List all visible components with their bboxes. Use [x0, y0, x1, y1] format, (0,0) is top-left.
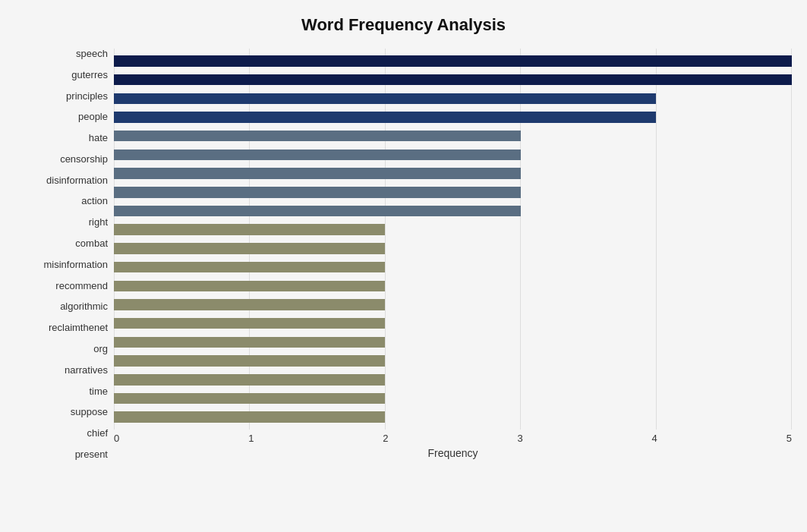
bar-row	[114, 220, 792, 239]
x-tick-label: 2	[383, 433, 388, 444]
bar	[114, 243, 385, 253]
y-label: narratives	[65, 365, 108, 375]
y-label: combat	[75, 238, 108, 248]
bar	[114, 93, 656, 104]
bar	[114, 74, 792, 85]
bar-row	[114, 258, 792, 277]
y-label: principles	[66, 91, 108, 101]
y-label: people	[78, 112, 108, 121]
bar-row	[114, 351, 792, 370]
bar	[114, 374, 385, 385]
y-label: right	[89, 217, 108, 227]
x-tick-label: 4	[652, 433, 657, 444]
y-label: action	[81, 196, 108, 206]
y-label: chief	[87, 428, 108, 438]
bars-and-xaxis: 012345 Frequency	[114, 49, 792, 459]
bar	[114, 337, 385, 348]
bar	[114, 112, 656, 122]
bar	[114, 281, 385, 291]
bar-row	[114, 146, 792, 165]
y-label: guterres	[71, 70, 108, 80]
bar-row	[114, 295, 792, 314]
chart-container: Word Frequency Analysis speechguterrespr…	[0, 0, 807, 532]
chart-title: Word Frequency Analysis	[15, 15, 792, 35]
bar-row	[114, 108, 792, 127]
bar-row	[114, 52, 792, 71]
bar-row	[114, 127, 792, 146]
bar	[114, 262, 385, 272]
y-label: censorship	[60, 154, 108, 164]
y-axis-labels: speechguterresprinciplespeoplehatecensor…	[15, 49, 114, 459]
bars-area	[114, 49, 792, 430]
bar	[114, 187, 521, 197]
bar-row	[114, 389, 792, 408]
y-label: recommend	[55, 281, 108, 291]
y-label: suppose	[71, 407, 108, 417]
y-label: speech	[76, 49, 108, 58]
bar	[114, 131, 521, 141]
y-label: hate	[89, 133, 108, 143]
bar	[114, 206, 521, 216]
bar	[114, 393, 385, 404]
bar	[114, 355, 385, 366]
bar-row	[114, 333, 792, 352]
bar	[114, 150, 521, 160]
y-label: misinformation	[43, 260, 108, 269]
y-label: org	[93, 344, 108, 354]
x-tick-label: 3	[517, 433, 522, 444]
bar-row	[114, 276, 792, 295]
y-label: disinformation	[46, 175, 108, 185]
bar	[114, 224, 385, 235]
x-tick-label: 5	[787, 433, 792, 444]
bar	[114, 55, 792, 66]
y-label: reclaimthenet	[49, 323, 108, 332]
y-label: present	[75, 449, 108, 459]
y-label: time	[89, 386, 108, 396]
bar	[114, 411, 385, 422]
x-tick-label: 1	[248, 433, 254, 444]
bar	[114, 168, 521, 178]
bar-row	[114, 164, 792, 183]
bar-row	[114, 239, 792, 258]
bar	[114, 318, 385, 329]
x-tick-label: 0	[114, 433, 119, 444]
x-axis-title: Frequency	[114, 447, 792, 459]
bar-row	[114, 370, 792, 389]
bars-inner	[114, 49, 792, 430]
bar-row	[114, 89, 792, 108]
bar-row	[114, 202, 792, 221]
bar	[114, 299, 385, 310]
y-label: algorithmic	[60, 301, 108, 311]
x-axis-labels: 012345	[114, 430, 792, 444]
bar-row	[114, 71, 792, 90]
bar-row	[114, 314, 792, 333]
bar-row	[114, 408, 792, 427]
bar-row	[114, 183, 792, 202]
